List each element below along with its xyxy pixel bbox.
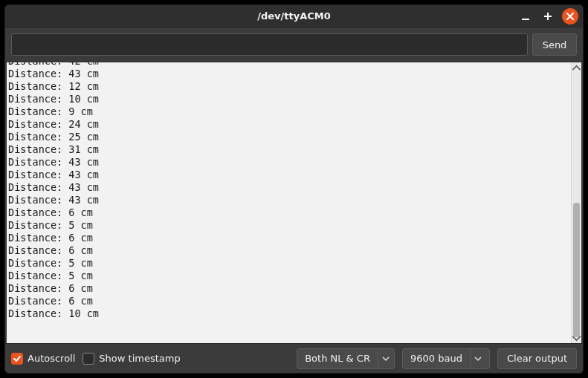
window-title: /dev/ttyACM0 — [257, 10, 331, 22]
output-line: Distance: 43 cm — [8, 156, 569, 169]
chevron-down-icon — [382, 355, 390, 362]
send-button-label: Send — [543, 39, 567, 50]
baud-rate-arrow — [470, 349, 486, 368]
scroll-down-button[interactable] — [572, 333, 581, 343]
clear-output-button[interactable]: Clear output — [497, 348, 577, 369]
chevron-down-icon — [572, 333, 581, 343]
autoscroll-label: Autoscroll — [28, 353, 75, 364]
line-ending-select[interactable]: Both NL & CR — [297, 348, 395, 369]
svg-rect-0 — [522, 19, 529, 20]
output-line: Distance: 12 cm — [8, 80, 569, 93]
output-line: Distance: 6 cm — [8, 295, 569, 307]
svg-rect-2 — [544, 16, 552, 17]
timestamp-label: Show timestamp — [99, 353, 180, 364]
baud-rate-select[interactable]: 9600 baud — [402, 348, 490, 369]
serial-output[interactable]: Distance: 42 cmDistance: 43 cmDistance: … — [7, 62, 571, 343]
timestamp-checkbox[interactable]: Show timestamp — [83, 353, 180, 365]
scroll-thumb[interactable] — [573, 203, 580, 337]
output-line: Distance: 5 cm — [8, 219, 569, 232]
send-row: Send — [5, 27, 583, 62]
chevron-up-icon — [572, 63, 581, 73]
send-button[interactable]: Send — [532, 33, 577, 56]
check-icon — [13, 354, 22, 363]
timestamp-checkbox-box — [83, 353, 94, 365]
minimize-icon — [520, 11, 531, 22]
output-line: Distance: 10 cm — [8, 307, 569, 320]
output-line: Distance: 24 cm — [8, 118, 569, 131]
output-line: Distance: 6 cm — [8, 232, 569, 244]
output-line: Distance: 42 cm — [8, 62, 569, 68]
close-button[interactable] — [562, 8, 578, 25]
output-line: Distance: 31 cm — [8, 143, 569, 156]
serial-input[interactable] — [11, 33, 528, 56]
clear-output-label: Clear output — [507, 353, 567, 364]
output-line: Distance: 5 cm — [8, 257, 569, 270]
chevron-down-icon — [474, 355, 482, 362]
autoscroll-checkbox[interactable]: Autoscroll — [11, 353, 75, 365]
footer: Autoscroll Show timestamp Both NL & CR 9… — [5, 343, 583, 373]
output-line: Distance: 5 cm — [8, 270, 569, 282]
serial-monitor-window: /dev/ttyACM0 Send Distance: 42 cmDistanc… — [4, 4, 584, 374]
autoscroll-checkbox-box — [11, 353, 23, 365]
output-line: Distance: 6 cm — [8, 244, 569, 257]
baud-rate-value: 9600 baud — [403, 353, 470, 364]
output-line: Distance: 43 cm — [8, 194, 569, 206]
output-wrap: Distance: 42 cmDistance: 43 cmDistance: … — [5, 62, 583, 343]
output-line: Distance: 10 cm — [8, 93, 569, 105]
output-line: Distance: 6 cm — [8, 206, 569, 219]
maximize-button[interactable] — [540, 8, 556, 25]
output-line: Distance: 6 cm — [8, 282, 569, 295]
line-ending-arrow — [378, 349, 394, 368]
scroll-up-button[interactable] — [572, 62, 581, 73]
output-line: Distance: 9 cm — [8, 105, 569, 118]
output-line: Distance: 43 cm — [8, 181, 569, 194]
output-line: Distance: 43 cm — [8, 68, 569, 80]
window-controls — [517, 8, 578, 25]
output-line: Distance: 25 cm — [8, 131, 569, 143]
titlebar[interactable]: /dev/ttyACM0 — [5, 5, 583, 27]
minimize-button[interactable] — [517, 8, 534, 25]
maximize-icon — [543, 11, 553, 22]
line-ending-value: Both NL & CR — [297, 353, 378, 364]
close-icon — [566, 12, 575, 21]
vertical-scrollbar[interactable] — [571, 62, 581, 343]
output-line: Distance: 43 cm — [8, 169, 569, 181]
